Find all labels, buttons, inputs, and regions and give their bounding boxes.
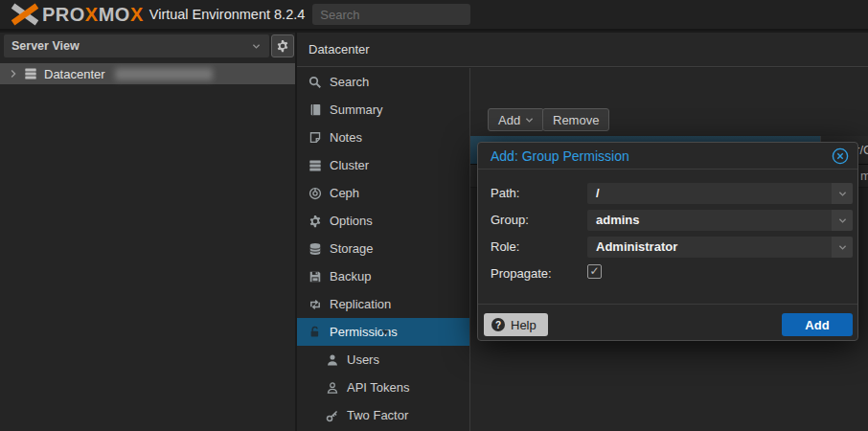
menu-item-two-factor[interactable]: Two Factor	[297, 401, 469, 429]
menu-item-storage[interactable]: Storage	[297, 235, 469, 262]
dialog-title-bar[interactable]: Add: Group Permission	[478, 143, 857, 170]
top-header: PROXMOX Virtual Environment 8.2.4	[0, 0, 868, 31]
combo-field-path[interactable]: /	[587, 183, 853, 204]
help-button-label: Help	[511, 318, 537, 332]
menu-item-label: Options	[330, 214, 373, 228]
dialog-title-text: Add: Group Permission	[491, 148, 629, 164]
logo-letter-accent: X	[130, 4, 144, 25]
panel-title-text: Datacenter	[308, 42, 370, 57]
panel-title-bar: Datacenter	[297, 33, 868, 67]
tree-node-label: Datacenter	[44, 67, 105, 81]
close-icon[interactable]	[832, 147, 849, 165]
menu-item-replication[interactable]: Replication	[297, 290, 469, 318]
dialog-add-button[interactable]: Add	[782, 313, 853, 336]
combo-field-role[interactable]: Administrator	[587, 237, 853, 258]
menu-item-label: Two Factor	[347, 408, 408, 422]
menu-item-label: Ceph	[330, 186, 359, 200]
chevron-down-icon	[837, 242, 848, 253]
logo-letter-accent: X	[85, 4, 99, 25]
proxmox-wordmark: PROXMOX	[42, 4, 144, 26]
dialog-field-row: Role:Administrator	[478, 237, 857, 258]
help-icon: ?	[491, 318, 505, 331]
menu-item-api-tokens[interactable]: API Tokens	[297, 374, 469, 401]
storage-icon	[308, 242, 322, 256]
user-outline-icon	[326, 381, 339, 395]
redacted-hostname	[115, 68, 213, 80]
view-selector-label: Server View	[11, 39, 251, 53]
combo-value: Administrator	[596, 239, 677, 254]
menu-item-label: Replication	[330, 297, 391, 311]
combo-field-group[interactable]: admins	[587, 210, 853, 231]
proxmox-logo-icon	[10, 3, 40, 26]
dialog-field-row: Path:/	[478, 183, 857, 204]
book-icon	[308, 103, 322, 117]
search-icon	[308, 76, 322, 89]
logo-letter: MO	[99, 4, 130, 25]
proxmox-screen: PROXMOX Virtual Environment 8.2.4 Server…	[0, 0, 868, 431]
menu-item-label: Users	[347, 352, 379, 367]
view-selector-dropdown[interactable]: Server View	[4, 34, 269, 57]
field-label: Path:	[491, 186, 519, 200]
global-search-input[interactable]	[312, 4, 470, 25]
menu-item-permissions[interactable]: Permissions	[297, 318, 469, 346]
partial-row-text: m	[860, 169, 868, 183]
chevron-down-icon	[837, 189, 848, 199]
gear-icon	[276, 39, 289, 53]
combo-value: admins	[596, 213, 640, 227]
menu-item-ceph[interactable]: Ceph	[297, 179, 469, 207]
menu-item-summary[interactable]: Summary	[297, 96, 469, 124]
menu-item-label: Summary	[330, 102, 383, 117]
chevron-down-icon	[525, 116, 534, 125]
tree-settings-button[interactable]	[271, 34, 294, 57]
menu-item-backup[interactable]: Backup	[297, 262, 469, 290]
remove-button[interactable]: Remove	[542, 108, 609, 131]
resource-tree-panel: Server View Datacenter	[0, 33, 295, 431]
user-icon	[326, 353, 339, 367]
dialog-field-row: Group:admins	[478, 210, 857, 231]
logo-letter: PRO	[42, 4, 85, 25]
propagate-checkbox[interactable]: ✓	[587, 264, 602, 279]
add-group-permission-dialog: Add: Group Permission Path:/Group:admins…	[477, 142, 858, 341]
chevron-down-icon	[251, 41, 262, 52]
menu-item-notes[interactable]: Notes	[297, 124, 469, 151]
menu-item-label: Storage	[330, 241, 374, 256]
field-label: Propagate:	[491, 266, 552, 281]
combo-trigger[interactable]	[832, 237, 853, 258]
help-button[interactable]: ? Help	[484, 313, 548, 336]
chevron-right-icon[interactable]	[9, 69, 18, 79]
menu-item-options[interactable]: Options	[297, 207, 469, 235]
chevron-down-icon	[837, 216, 848, 226]
menu-item-label: Notes	[330, 130, 362, 145]
backup-icon	[308, 270, 322, 284]
field-label: Role:	[491, 239, 519, 254]
datacenter-server-icon	[24, 67, 37, 80]
product-version-text: Virtual Environment 8.2.4	[149, 7, 306, 22]
datacenter-side-menu: SearchSummaryNotesClusterCephOptionsStor…	[297, 68, 469, 431]
menu-item-label: Backup	[330, 269, 371, 284]
field-label: Group:	[491, 213, 529, 227]
caret-down-icon	[308, 327, 462, 338]
note-icon	[308, 131, 322, 145]
cluster-icon	[308, 159, 322, 172]
menu-item-label: API Tokens	[347, 380, 410, 395]
menu-item-users[interactable]: Users	[297, 346, 469, 374]
add-button-label: Add	[498, 113, 520, 127]
gear-icon	[308, 215, 322, 228]
menu-item-cluster[interactable]: Cluster	[297, 151, 469, 179]
replication-icon	[308, 298, 322, 311]
menu-item-search[interactable]: Search	[297, 68, 469, 96]
menu-item-label: Cluster	[330, 158, 369, 172]
dialog-field-row: Propagate:✓	[478, 263, 857, 284]
menu-item-label: Search	[330, 75, 369, 89]
combo-trigger[interactable]	[832, 183, 853, 204]
add-menu-button[interactable]: Add	[488, 108, 544, 131]
combo-value: /	[596, 186, 600, 200]
remove-button-label: Remove	[553, 113, 599, 127]
combo-trigger[interactable]	[832, 210, 853, 231]
ceph-icon	[308, 187, 322, 200]
key-icon	[326, 409, 339, 422]
dialog-footer: ? Help Add	[478, 304, 857, 342]
tree-node-datacenter[interactable]: Datacenter	[0, 63, 295, 84]
dialog-add-label: Add	[805, 318, 829, 332]
